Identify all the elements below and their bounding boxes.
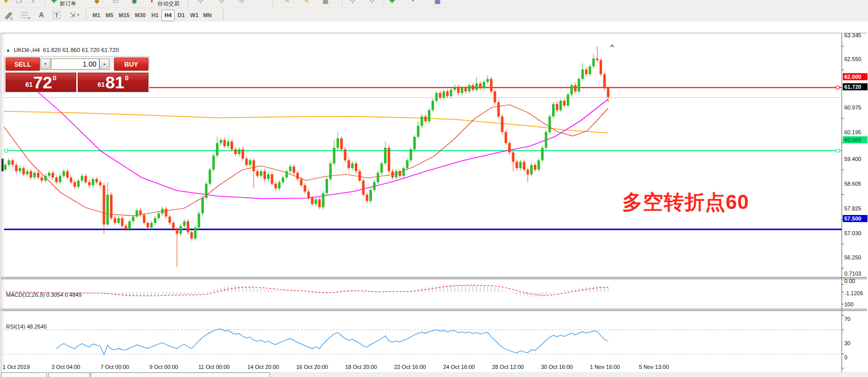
bid-price-big: 72 (33, 75, 52, 90)
toolbar-linestudies-periods: E F A T ⇲ ▾ M1M5M15M30H1H4D1W1MN (0, 8, 868, 22)
date-axis-label: 1 Nov 16:00 (590, 364, 620, 370)
trading-app-window: ★ ❐ ⌕ ✚ 新订单 ◆ ▭ ◉ ◖ 自动交易 ⊹ ⊹ ⊹ ✎ ✎ ▦ ⊹ ⊹… (0, 0, 868, 377)
date-axis-label: 7 Oct 00:00 (100, 364, 129, 370)
date-axis-label: 22 Oct 16:00 (394, 364, 426, 370)
web-icon[interactable]: ◉ (130, 0, 139, 6)
rsi-label: RSI(14) 48.2645 (6, 324, 47, 330)
scale-tick-label: 0.7103 (844, 271, 861, 277)
fibonacci-tool-icon[interactable]: F (20, 10, 32, 20)
ask-price-panel[interactable]: 61 81 0 (78, 73, 148, 92)
timeframe-button-m1[interactable]: M1 (90, 10, 103, 21)
scale-tick-label: 62.550 (844, 56, 861, 63)
new-order-label[interactable]: 新订单 (60, 0, 76, 8)
arrows-dropdown-caret[interactable]: ▾ (76, 10, 81, 20)
scale-tick-label: 58.605 (844, 181, 861, 187)
scale-tick-label: 30 (844, 340, 850, 347)
scale-tick-label: 0 (844, 354, 847, 361)
status-bar-box (91, 372, 270, 377)
resistance-price-badge: 62.000 (843, 73, 867, 80)
timeframe-button-m5[interactable]: M5 (103, 10, 116, 21)
scale-tick-label: 56.250 (844, 254, 861, 261)
chart-shift-marker[interactable] (610, 44, 615, 47)
volume-input[interactable]: 1.00 (51, 59, 99, 70)
date-axis-label: 9 Oct 00:00 (149, 364, 178, 370)
autotrade-label[interactable]: 自动交易 (157, 0, 180, 8)
chart-annotation-text: 多空转折点60 (622, 188, 749, 216)
bars-icon[interactable]: ⊹ (196, 0, 205, 6)
zoom-in-icon[interactable]: ✎ (283, 0, 292, 6)
sell-button[interactable]: SELL (6, 58, 40, 71)
ask-price-sup: 0 (125, 74, 129, 82)
text-box-tool-icon[interactable]: T (50, 10, 63, 20)
channel-tool-letter: E (11, 17, 13, 20)
date-axis-label: 24 Oct 16:00 (443, 364, 475, 370)
date-axis-label: 16 Oct 20:00 (296, 364, 328, 370)
collapse-triangle-icon[interactable]: ▲ (6, 48, 10, 52)
ask-price-prefix: 61 (97, 81, 104, 88)
zoom-icon[interactable]: ⌕ (29, 0, 38, 6)
bid-price-panel[interactable]: 61 72 0 (6, 73, 76, 92)
bid-price-prefix: 61 (25, 81, 32, 88)
timeframe-button-m30[interactable]: M30 (132, 10, 148, 21)
chart-area[interactable]: ▲ UKOil-,H4 61.820 61.860 61.720 61.720 … (0, 22, 868, 377)
new-order-icon[interactable]: ✚ (49, 0, 59, 6)
zoom-out-icon[interactable]: ✎ (302, 0, 311, 6)
one-click-trade-panel: SELL ▼ 1.00 ▲ BUY 61 72 0 61 81 0 (4, 56, 149, 92)
scale-tick-label: 60.195 (844, 129, 861, 136)
date-axis-label: 30 Oct 16:00 (541, 364, 573, 370)
line-chart-icon[interactable]: ⊹ (237, 0, 246, 6)
date-axis-label: 18 Oct 20:00 (345, 364, 377, 370)
indicators-icon[interactable]: ▦ (321, 0, 330, 6)
volume-increase-button[interactable]: ▲ (99, 59, 110, 70)
scale-tick-label: 63.345 (844, 32, 861, 39)
date-axis-label: 5 Nov 13:00 (639, 364, 669, 370)
scale-tick-label: 0.00 (844, 278, 855, 285)
chart-window-icon[interactable]: ▦ (433, 0, 442, 6)
scale-tick-label: 59.400 (844, 156, 861, 163)
text-label-tool-icon[interactable]: A (35, 10, 47, 20)
new-chart-icon[interactable]: ❐ (14, 0, 23, 6)
timeframe-button-h1[interactable]: H1 (148, 10, 161, 21)
chart-tab-bar (0, 372, 868, 377)
pivot-price-badge: 60.000 (843, 136, 867, 143)
toolbar-standard: ★ ❐ ⌕ ✚ 新订单 ◆ ▭ ◉ ◖ 自动交易 ⊹ ⊹ ⊹ ✎ ✎ ▦ ⊹ ⊹… (0, 0, 868, 8)
date-axis-label: 3 Oct 04:00 (51, 364, 80, 370)
date-axis-label: 1 Oct 2019 (3, 364, 30, 370)
timeframe-button-h4[interactable]: H4 (161, 10, 175, 21)
scale-tick-label: 57.030 (844, 230, 861, 237)
chart-tab-2[interactable] (48, 372, 90, 377)
bid-price-sup: 0 (53, 74, 57, 82)
macd-label: MACD(12,26,9) 0.3054 0.4849 (6, 292, 82, 298)
templates-icon[interactable]: ◆ (92, 0, 101, 6)
favorites-star-icon[interactable]: ★ (2, 0, 11, 6)
support-price-badge: 57.500 (843, 215, 867, 222)
chart-tab-1[interactable] (1, 372, 47, 377)
scale-tick-label: 70 (844, 316, 850, 322)
refresh-icon[interactable]: ◔ (408, 0, 417, 6)
period-icon[interactable]: ⊹ (367, 0, 376, 6)
current-price-badge: 61.720 (843, 83, 867, 90)
volume-decrease-button[interactable]: ▼ (40, 59, 50, 70)
ask-price-big: 81 (105, 75, 125, 90)
symbol-period-label: UKOil-,H4 (14, 47, 40, 53)
profiles-icon[interactable]: ▭ (111, 0, 120, 6)
channel-tool-icon[interactable]: E (3, 10, 15, 20)
date-axis-label: 14 Oct 20:00 (247, 364, 279, 370)
scale-tick-label: 100 (844, 301, 853, 308)
add-indicator-icon[interactable]: ✚ (388, 0, 397, 6)
timeframe-button-d1[interactable]: D1 (175, 10, 188, 21)
buy-button[interactable]: BUY (114, 58, 148, 71)
timeframe-button-mn[interactable]: MN (201, 10, 214, 21)
chart-title: ▲ UKOil-,H4 61.820 61.860 61.720 61.720 (6, 47, 119, 53)
scale-tick-label: -1.1205 (844, 290, 863, 297)
scale-tick-label: 57.825 (844, 205, 861, 212)
fibonacci-tool-letter: F (28, 17, 30, 20)
scale-tick-label: 60.975 (844, 104, 861, 111)
crosshair-icon[interactable]: ⊹ (348, 0, 357, 6)
candles-icon[interactable]: ⊹ (217, 0, 226, 6)
date-axis-label: 28 Oct 12:00 (492, 364, 524, 370)
ohlc-values: 61.820 61.860 61.720 61.720 (43, 47, 119, 53)
timeframe-button-m15[interactable]: M15 (116, 10, 132, 21)
autotrade-icon[interactable]: ◖ (147, 0, 156, 6)
timeframe-button-w1[interactable]: W1 (188, 10, 201, 21)
